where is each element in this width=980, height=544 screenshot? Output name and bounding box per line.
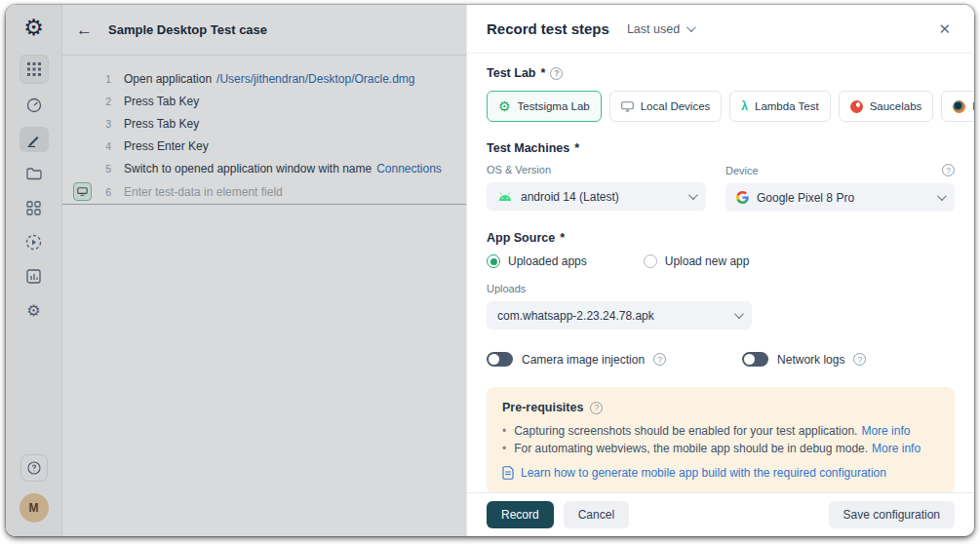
- toggle-label: Camera image injection: [522, 353, 645, 367]
- lambdatest-icon: λ: [741, 99, 748, 113]
- prerequisites-title: Pre-requisites: [502, 401, 583, 414]
- os-version-value: android 14 (Latest): [521, 190, 619, 204]
- left-panel: ⚙: [6, 5, 466, 536]
- prerequisites-box: Pre-requisites • Capturing screenshots s…: [487, 387, 955, 492]
- radio-icon: [487, 254, 500, 268]
- screenshot-stage: ⚙: [0, 0, 980, 544]
- more-info-link[interactable]: More info: [872, 442, 921, 455]
- feature-toggles: Camera image injection Network logs: [487, 352, 955, 367]
- app-window: ⚙: [6, 5, 974, 536]
- radio-icon: [644, 254, 657, 268]
- browserstack-icon: [953, 100, 965, 113]
- chevron-down-icon: [688, 190, 698, 200]
- app-build-doc-link[interactable]: Learn how to generate mobile app build w…: [521, 466, 886, 480]
- modal-scrim[interactable]: [6, 5, 466, 536]
- chevron-down-icon: [734, 309, 744, 319]
- device-value: Google Pixel 8 Pro: [757, 191, 854, 205]
- help-circle-icon[interactable]: [653, 353, 666, 366]
- lab-option-browserstack[interactable]: Browserstack: [941, 91, 974, 122]
- testsigma-gear-icon: ⚙: [498, 99, 511, 113]
- help-circle-icon[interactable]: [590, 402, 603, 414]
- device-select[interactable]: Google Pixel 8 Pro: [725, 183, 955, 212]
- drawer-title: Record test steps: [487, 20, 609, 37]
- document-icon: [502, 466, 514, 480]
- record-test-steps-drawer: Record test steps Last used ✕ Test Lab *: [466, 5, 974, 536]
- save-configuration-button[interactable]: Save configuration: [829, 501, 955, 528]
- lab-option-lambda-test[interactable]: λ Lambda Test: [729, 91, 830, 122]
- monitor-icon: [621, 101, 634, 112]
- google-icon: [736, 191, 749, 204]
- more-info-link[interactable]: More info: [861, 424, 910, 438]
- last-used-dropdown[interactable]: Last used: [627, 22, 693, 36]
- test-machines-label: Test Machines *: [487, 141, 955, 155]
- app-source-label: App Source *: [487, 231, 955, 245]
- lab-option-testsigma[interactable]: ⚙ Testsigma Lab: [487, 91, 602, 122]
- drawer-header: Record test steps Last used ✕: [467, 5, 974, 54]
- radio-upload-new-app[interactable]: Upload new app: [644, 254, 750, 268]
- prerequisite-item: • For automating webviews, the mobile ap…: [502, 442, 939, 455]
- close-icon[interactable]: ✕: [934, 19, 955, 40]
- test-lab-options: ⚙ Testsigma Lab Local Devices λ Lambda T…: [487, 91, 955, 122]
- drawer-footer: Record Cancel Save configuration: [467, 492, 974, 536]
- last-used-label: Last used: [627, 22, 680, 36]
- os-version-label: OS & Version: [487, 164, 706, 175]
- help-circle-icon[interactable]: [853, 353, 866, 366]
- camera-image-injection-toggle[interactable]: [487, 352, 513, 367]
- os-version-select[interactable]: android 14 (Latest): [487, 182, 706, 211]
- radio-uploaded-apps[interactable]: Uploaded apps: [487, 254, 587, 268]
- chevron-down-icon: [686, 22, 696, 32]
- help-circle-icon[interactable]: [550, 67, 563, 80]
- toggle-label: Network logs: [777, 353, 844, 367]
- cancel-button[interactable]: Cancel: [564, 501, 629, 528]
- prerequisite-item: • Capturing screenshots should be enable…: [502, 424, 939, 438]
- network-logs-toggle[interactable]: [742, 352, 768, 367]
- app-source-radios: Uploaded apps Upload new app: [487, 254, 955, 268]
- lab-option-saucelabs[interactable]: Saucelabs: [839, 91, 934, 122]
- record-button[interactable]: Record: [487, 501, 554, 528]
- uploads-label: Uploads: [487, 283, 955, 294]
- uploads-value: com.whatsapp-2.23.24.78.apk: [497, 309, 654, 323]
- help-circle-icon[interactable]: [942, 164, 955, 176]
- lab-option-local-devices[interactable]: Local Devices: [609, 91, 723, 122]
- uploads-select[interactable]: com.whatsapp-2.23.24.78.apk: [487, 301, 752, 330]
- drawer-body: Test Lab * ⚙ Testsigma Lab Local Devices…: [467, 54, 974, 492]
- chevron-down-icon: [937, 191, 947, 201]
- android-icon: [497, 192, 513, 202]
- test-lab-label: Test Lab *: [487, 66, 955, 80]
- saucelabs-icon: [850, 100, 863, 113]
- device-label: Device: [725, 165, 759, 176]
